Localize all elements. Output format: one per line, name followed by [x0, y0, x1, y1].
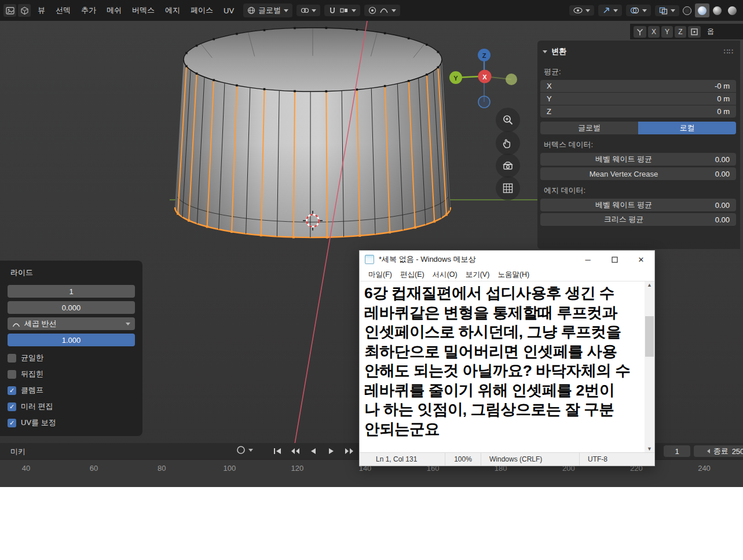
orientation-label: 글로벌 — [258, 5, 281, 16]
cuts-field[interactable]: 1 — [8, 285, 135, 298]
close-button[interactable]: ✕ — [628, 251, 654, 268]
editor-type-icon[interactable] — [3, 4, 16, 17]
vertex-data-row-0[interactable]: 베벨 웨이트 평균0.00 — [540, 153, 736, 166]
gizmos-dropdown[interactable] — [598, 5, 622, 16]
checkbox-클렘프[interactable]: ✓클렘프 — [8, 382, 135, 398]
panel-title: 변환 — [551, 46, 566, 57]
scroll-down-icon[interactable]: ▼ — [647, 446, 652, 452]
mirror-x-toggle[interactable]: X — [648, 26, 660, 38]
correct-face-attributes-icon[interactable] — [688, 26, 701, 38]
checkbox-box[interactable]: ✓ — [8, 402, 16, 411]
menu-버덱스[interactable]: 버덱스 — [127, 3, 160, 17]
checkbox-box[interactable]: ✓ — [8, 419, 16, 427]
checkbox-균일한[interactable]: 균일한 — [8, 350, 135, 366]
notepad-titlebar[interactable]: *세복 없음 - Windows 메보상 ─ ✕ — [360, 251, 654, 268]
shading-rendered-icon[interactable] — [725, 3, 740, 17]
prev-keyframe-button[interactable] — [288, 444, 302, 458]
toggle-grid-icon[interactable] — [496, 176, 520, 200]
options-panel-label[interactable]: 옵 — [707, 27, 714, 36]
checkbox-뒤집힌[interactable]: 뒤집힌 — [8, 366, 135, 382]
menu-페이스[interactable]: 페이스 — [185, 3, 218, 17]
menu-추가[interactable]: 추가 — [76, 3, 101, 17]
falloff-dropdown[interactable]: 세곱 반선 — [8, 317, 135, 330]
median-z-field[interactable]: Z0 m — [540, 105, 736, 118]
minimize-button[interactable]: ─ — [574, 251, 601, 268]
field-label: 베벨 웨이트 평균 — [547, 200, 701, 210]
transform-panel-header[interactable]: 변환 ∷∷ — [540, 45, 736, 61]
text-line: 레바퀴를 줄이기 위해 인셋페를 2번이 — [364, 381, 643, 401]
scroll-up-icon[interactable]: ▲ — [647, 282, 652, 288]
smoothness-field[interactable]: 1.000 — [8, 334, 135, 346]
proportional-editing-dropdown[interactable] — [364, 5, 400, 16]
navigation-gizmo[interactable]: Z Y X — [446, 46, 521, 111]
auto-keying-toggle[interactable] — [236, 445, 253, 455]
vertical-scrollbar[interactable]: ▲ ▼ — [645, 281, 654, 452]
mirror-icon[interactable] — [634, 26, 646, 38]
shading-material-icon[interactable] — [710, 3, 724, 17]
median-y-field[interactable]: Y0 m — [540, 93, 736, 105]
field-value: 0 m — [717, 107, 730, 116]
show-object-types-dropdown[interactable] — [569, 5, 594, 16]
pan-hand-icon[interactable] — [496, 131, 520, 155]
menu-UV[interactable]: UV — [218, 5, 239, 17]
xray-toggle-dropdown[interactable] — [655, 5, 679, 16]
menu-선덱[interactable]: 선덱 — [50, 3, 76, 17]
snapping-dropdown[interactable] — [324, 5, 360, 16]
global-button[interactable]: 글로벌 — [540, 122, 638, 134]
mode-selector-icon[interactable] — [18, 4, 31, 17]
factor-field[interactable]: 0.000 — [8, 301, 135, 314]
field-value: 0.00 — [701, 215, 730, 224]
vertex-data-row-1[interactable]: Mean Vertex Crease0.00 — [540, 167, 736, 180]
median-x-field[interactable]: X-0 m — [540, 80, 736, 92]
jump-to-start-button[interactable] — [270, 444, 284, 458]
checkbox-box[interactable] — [8, 354, 16, 363]
notepad-statusbar: Ln 1, Col 131 100% Windows (CRLF) UTF-8 — [360, 452, 654, 466]
zoom-icon[interactable] — [496, 108, 520, 132]
camera-view-icon[interactable] — [496, 153, 520, 178]
checkbox-box[interactable]: ✓ — [8, 386, 16, 395]
checkbox-UV를 보정[interactable]: ✓UV를 보정 — [8, 415, 135, 431]
maximize-button[interactable] — [601, 251, 628, 268]
text-line: 6강 컵재질편에서 섭디사용후 생긴 수 — [364, 284, 643, 303]
decrement-icon[interactable] — [707, 449, 710, 453]
gizmo-y-neg-axis[interactable] — [506, 74, 517, 85]
overlays-dropdown[interactable] — [626, 5, 651, 16]
chevron-down-icon — [613, 9, 618, 12]
operator-panel-title[interactable]: 라이드 — [10, 268, 135, 278]
gizmo-z-neg-axis[interactable] — [478, 96, 490, 108]
notepad-menu-노움말(H)[interactable]: 노움말(H) — [493, 270, 533, 280]
checkbox-box[interactable] — [8, 370, 16, 379]
menu-메쉬[interactable]: 메쉬 — [101, 3, 127, 17]
edge-data-row-1[interactable]: 크리스 평균0.00 — [540, 213, 736, 226]
play-button[interactable] — [324, 444, 338, 458]
text-line: 안해도 되는것 아닐까요? 바닥자체의 수 — [364, 361, 643, 381]
play-reverse-button[interactable] — [306, 444, 320, 458]
local-button[interactable]: 로컬 — [638, 122, 736, 134]
snap-pivot-dropdown[interactable] — [297, 5, 320, 16]
notepad-menu-서시(O)[interactable]: 서시(O) — [429, 270, 462, 280]
shading-wireframe-icon[interactable] — [680, 3, 694, 17]
notepad-title: *세복 없음 - Windows 메보상 — [379, 254, 476, 265]
end-frame-field[interactable]: 종료 250 — [694, 445, 743, 457]
mirror-y-toggle[interactable]: Y — [661, 26, 673, 38]
notepad-menu-마일(F)[interactable]: 마일(F) — [364, 270, 396, 280]
checkbox-미러 편집[interactable]: ✓미러 편집 — [8, 398, 135, 415]
mirror-z-toggle[interactable]: Z — [675, 26, 686, 38]
globe-icon — [247, 6, 255, 14]
next-keyframe-button[interactable] — [342, 444, 356, 458]
edge-data-row-0[interactable]: 베벨 웨이트 평균0.00 — [540, 199, 736, 211]
current-frame-field[interactable]: 1 — [664, 445, 690, 457]
timeline-menu[interactable]: 미키 — [10, 446, 25, 457]
menu-에지[interactable]: 에지 — [160, 3, 185, 17]
transform-orientation-dropdown[interactable]: 글로벌 — [243, 3, 292, 17]
edge-data-fields: 베벨 웨이트 평균0.00크리스 평균0.00 — [540, 199, 736, 226]
drag-handle-icon[interactable]: ∷∷ — [724, 47, 734, 56]
shading-solid-icon[interactable] — [695, 3, 709, 17]
cylinder-mesh[interactable] — [175, 27, 451, 239]
notepad-text-area[interactable]: 6강 컵재질편에서 섭디사용후 생긴 수레바퀴같은 변형을 통제할때 루프컷과인… — [360, 281, 645, 452]
menu-뷰[interactable]: 뷰 — [32, 3, 50, 17]
chevron-down-icon — [312, 9, 316, 12]
notepad-menu-보기(V)[interactable]: 보기(V) — [462, 270, 494, 280]
scrollbar-thumb[interactable] — [645, 316, 654, 357]
notepad-menu-편십(E)[interactable]: 편십(E) — [396, 270, 429, 280]
